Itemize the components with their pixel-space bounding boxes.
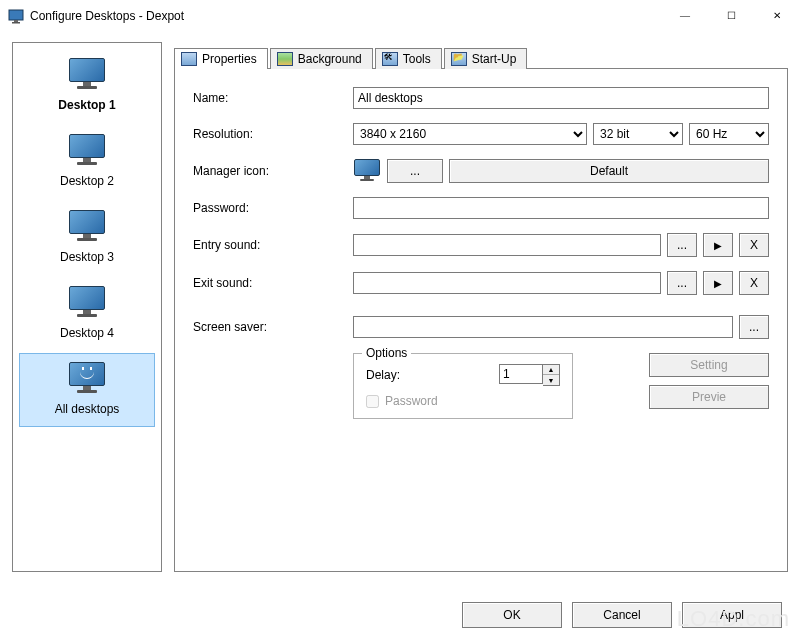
manager-icon-default-button[interactable]: Default [449, 159, 769, 183]
window-controls: — ☐ ✕ [662, 1, 800, 31]
background-icon [277, 52, 293, 66]
password-input[interactable] [353, 197, 769, 219]
sidebar-item-label: Desktop 3 [24, 250, 150, 264]
tab-tools[interactable]: Tools [375, 48, 442, 69]
sidebar-item-label: Desktop 4 [24, 326, 150, 340]
desktop-list[interactable]: Desktop 1 Desktop 2 Desktop 3 Desktop 4 … [12, 42, 162, 572]
sidebar-item-desktop-1[interactable]: Desktop 1 [19, 49, 155, 123]
refresh-select[interactable]: 60 Hz [689, 123, 769, 145]
monitor-smile-icon [67, 362, 107, 396]
monitor-icon [67, 210, 107, 244]
sidebar-item-desktop-4[interactable]: Desktop 4 [19, 277, 155, 351]
sidebar-item-desktop-2[interactable]: Desktop 2 [19, 125, 155, 199]
tools-icon [382, 52, 398, 66]
monitor-icon [67, 134, 107, 168]
svg-rect-2 [12, 22, 20, 24]
entry-sound-play-button[interactable]: ▶ [703, 233, 733, 257]
delay-input[interactable] [499, 364, 543, 384]
apply-button[interactable]: Appl [682, 602, 782, 628]
tab-startup[interactable]: Start-Up [444, 48, 528, 69]
window-title: Configure Desktops - Dexpot [30, 9, 662, 23]
tab-label: Background [298, 52, 362, 66]
close-button[interactable]: ✕ [754, 1, 800, 31]
properties-icon [181, 52, 197, 66]
screensaver-preview-button: Previe [649, 385, 769, 409]
colordepth-select[interactable]: 32 bit [593, 123, 683, 145]
password-label: Password: [193, 201, 343, 215]
resolution-label: Resolution: [193, 127, 343, 141]
options-legend: Options [362, 346, 411, 360]
tab-background[interactable]: Background [270, 48, 373, 69]
screensaver-browse-button[interactable]: ... [739, 315, 769, 339]
sidebar-item-label: Desktop 2 [24, 174, 150, 188]
entry-sound-clear-button[interactable]: X [739, 233, 769, 257]
tab-strip: Properties Background Tools Start-Up [174, 42, 788, 68]
exit-sound-play-button[interactable]: ▶ [703, 271, 733, 295]
tab-properties[interactable]: Properties [174, 48, 268, 69]
sidebar-item-all-desktops[interactable]: All desktops [19, 353, 155, 427]
exit-sound-clear-button[interactable]: X [739, 271, 769, 295]
screensaver-input[interactable] [353, 316, 733, 338]
startup-icon [451, 52, 467, 66]
entry-sound-browse-button[interactable]: ... [667, 233, 697, 257]
app-icon [8, 8, 24, 24]
exit-sound-input[interactable] [353, 272, 661, 294]
manager-icon-preview [353, 159, 381, 183]
manager-icon-browse-button[interactable]: ... [387, 159, 443, 183]
screensaver-label: Screen saver: [193, 320, 343, 334]
exit-sound-label: Exit sound: [193, 276, 343, 290]
tab-label: Properties [202, 52, 257, 66]
dialog-buttons: OK Cancel Appl [462, 602, 782, 628]
exit-sound-browse-button[interactable]: ... [667, 271, 697, 295]
svg-rect-1 [14, 20, 18, 22]
delay-spin-down[interactable]: ▼ [543, 375, 559, 385]
entry-sound-input[interactable] [353, 234, 661, 256]
cancel-button[interactable]: Cancel [572, 602, 672, 628]
name-label: Name: [193, 91, 343, 105]
options-password-checkbox-label: Password [366, 394, 560, 408]
options-password-checkbox [366, 395, 379, 408]
options-password-text: Password [385, 394, 438, 408]
monitor-icon [67, 286, 107, 320]
sidebar-item-label: Desktop 1 [24, 98, 150, 112]
monitor-icon [67, 58, 107, 92]
tab-label: Tools [403, 52, 431, 66]
ok-button[interactable]: OK [462, 602, 562, 628]
name-input[interactable] [353, 87, 769, 109]
tab-body: Name: Resolution: 3840 x 2160 32 bit 60 … [174, 68, 788, 572]
minimize-button[interactable]: — [662, 1, 708, 31]
resolution-select[interactable]: 3840 x 2160 [353, 123, 587, 145]
right-panel: Properties Background Tools Start-Up Na [174, 42, 788, 572]
svg-rect-0 [9, 10, 23, 20]
title-bar: Configure Desktops - Dexpot — ☐ ✕ [0, 0, 800, 32]
sidebar-item-desktop-3[interactable]: Desktop 3 [19, 201, 155, 275]
delay-label: Delay: [366, 368, 400, 382]
options-group: Options Delay: ▲ ▼ [353, 353, 573, 419]
sidebar-item-label: All desktops [24, 402, 150, 416]
entry-sound-label: Entry sound: [193, 238, 343, 252]
manager-icon-label: Manager icon: [193, 164, 343, 178]
client-area: Desktop 1 Desktop 2 Desktop 3 Desktop 4 … [0, 32, 800, 640]
screensaver-setting-button: Setting [649, 353, 769, 377]
tab-label: Start-Up [472, 52, 517, 66]
maximize-button[interactable]: ☐ [708, 1, 754, 31]
delay-spin-up[interactable]: ▲ [543, 365, 559, 375]
